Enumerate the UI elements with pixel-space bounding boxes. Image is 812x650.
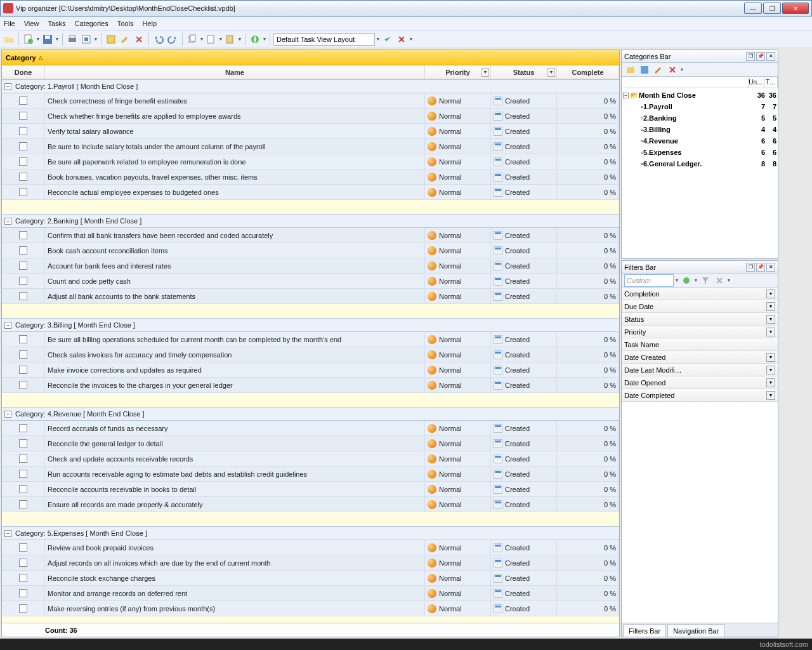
- filter-delete-icon[interactable]: [713, 274, 726, 287]
- checkbox-icon[interactable]: [19, 454, 27, 463]
- checkbox-icon[interactable]: [19, 127, 27, 135]
- priority-filter-icon[interactable]: ▼: [481, 68, 489, 77]
- filter-apply-icon[interactable]: [680, 274, 693, 287]
- redo-icon[interactable]: [166, 33, 179, 46]
- undo-icon[interactable]: [152, 33, 165, 46]
- copy-dropdown[interactable]: ▼: [200, 33, 204, 46]
- checkbox-icon[interactable]: [19, 574, 27, 582]
- checkbox-icon[interactable]: [19, 604, 27, 613]
- checkbox-icon[interactable]: [19, 142, 27, 150]
- done-cell[interactable]: [2, 451, 45, 466]
- category-row[interactable]: −Category: 4.Revenue [ Month End Close ]: [2, 407, 619, 421]
- done-cell[interactable]: [2, 436, 45, 451]
- group-by-header[interactable]: Category △: [2, 50, 619, 65]
- done-cell[interactable]: [2, 586, 45, 600]
- task-row[interactable]: Check whether fringe benefits are applie…: [2, 109, 619, 124]
- tab-filters-bar[interactable]: Filters Bar: [623, 624, 666, 637]
- new-dropdown[interactable]: ▼: [36, 33, 40, 46]
- category-root[interactable]: −📂 Month End Close3636: [623, 90, 776, 101]
- layout-dropdown[interactable]: ▼: [376, 33, 380, 46]
- filter-row[interactable]: Task Name: [622, 338, 778, 351]
- checkbox-icon[interactable]: [19, 381, 27, 389]
- collapse-icon[interactable]: −: [623, 93, 629, 98]
- task-row[interactable]: Run accounts receivable aging to estimat…: [2, 467, 619, 482]
- category-tree[interactable]: −📂 Month End Close3636▫ 1.Payroll77▫ 2.B…: [622, 88, 778, 171]
- filter-dropdown-icon[interactable]: ▼: [766, 366, 775, 375]
- filter-row[interactable]: Date Opened▼: [622, 376, 778, 389]
- category-node[interactable]: ▫ 3.Billing44: [623, 124, 776, 135]
- tab-navigation-bar[interactable]: Navigation Bar: [667, 624, 724, 637]
- task-row[interactable]: Monitor and arrange records on deferred …: [2, 586, 619, 601]
- filter-row[interactable]: Due Date▼: [622, 300, 778, 313]
- menu-file[interactable]: File: [4, 20, 15, 27]
- task-row[interactable]: Be sure to include salary totals under t…: [2, 139, 619, 154]
- done-cell[interactable]: [2, 571, 45, 585]
- checkbox-icon[interactable]: [19, 157, 27, 166]
- checkbox-icon[interactable]: [19, 470, 27, 478]
- done-cell[interactable]: [2, 185, 45, 199]
- done-cell[interactable]: [2, 421, 45, 435]
- col-name[interactable]: Name: [45, 65, 425, 79]
- checkbox-icon[interactable]: [19, 292, 27, 300]
- export-icon[interactable]: [80, 33, 93, 46]
- done-cell[interactable]: [2, 139, 45, 154]
- filter-clear-icon[interactable]: [699, 274, 712, 287]
- done-cell[interactable]: [2, 289, 45, 303]
- cat-delete-dropdown[interactable]: ▼: [680, 63, 684, 76]
- edit-task-icon[interactable]: [119, 33, 131, 46]
- collapse-icon[interactable]: −: [4, 411, 11, 418]
- filter-row[interactable]: Completion▼: [622, 288, 778, 300]
- checkbox-icon[interactable]: [19, 112, 27, 120]
- cut-icon[interactable]: [205, 33, 218, 46]
- export-dropdown[interactable]: ▼: [94, 33, 98, 46]
- category-row[interactable]: −Category: 2.Banking [ Month End Close ]: [2, 214, 619, 228]
- grid-body[interactable]: −Category: 1.Payroll [ Month End Close ]…: [2, 79, 619, 623]
- panel-restore-icon[interactable]: ❐: [746, 263, 755, 272]
- filter-preset-selector[interactable]: [624, 274, 674, 287]
- filter-delete-dropdown[interactable]: ▼: [727, 274, 731, 287]
- filter-row[interactable]: Date Completed▼: [622, 389, 778, 402]
- done-cell[interactable]: [2, 332, 45, 347]
- task-row[interactable]: Be sure all billing operations scheduled…: [2, 332, 619, 347]
- task-row[interactable]: Confirm that all bank transfers have bee…: [2, 228, 619, 243]
- layout-delete-icon[interactable]: [395, 33, 408, 46]
- collapse-icon[interactable]: −: [4, 530, 11, 537]
- print-icon[interactable]: [66, 33, 79, 46]
- filter-dropdown-icon[interactable]: ▼: [766, 353, 775, 362]
- checkbox-icon[interactable]: [19, 589, 27, 597]
- checkbox-icon[interactable]: [19, 173, 27, 181]
- task-row[interactable]: Reconcile actual employee expenses to bu…: [2, 185, 619, 200]
- checkbox-icon[interactable]: [19, 262, 27, 270]
- task-row[interactable]: Reconcile stock exchange chargesNormalCr…: [2, 571, 619, 586]
- done-cell[interactable]: [2, 154, 45, 169]
- collapse-icon[interactable]: −: [4, 322, 11, 329]
- checkbox-icon[interactable]: [19, 543, 27, 552]
- col-done[interactable]: Done: [2, 65, 45, 79]
- panel-close-icon[interactable]: ✕: [766, 52, 775, 61]
- category-node[interactable]: ▫ 1.Payroll77: [623, 101, 776, 112]
- filter-dropdown-icon[interactable]: ▼: [766, 328, 775, 336]
- paste-dropdown[interactable]: ▼: [238, 33, 242, 46]
- checkbox-icon[interactable]: [19, 500, 27, 508]
- menu-tools[interactable]: Tools: [117, 20, 134, 27]
- task-row[interactable]: Reconcile the general ledger to detailNo…: [2, 436, 619, 451]
- category-row[interactable]: −Category: 3.Billing [ Month End Close ]: [2, 318, 619, 332]
- checkbox-icon[interactable]: [19, 424, 27, 432]
- col-status[interactable]: Status▼: [491, 65, 557, 79]
- task-row[interactable]: Ensure all records are made properly & a…: [2, 497, 619, 512]
- done-cell[interactable]: [2, 124, 45, 138]
- panel-restore-icon[interactable]: ❐: [746, 52, 755, 61]
- done-cell[interactable]: [2, 482, 45, 496]
- menu-tasks[interactable]: Tasks: [48, 20, 65, 27]
- save-icon[interactable]: [41, 33, 54, 46]
- menu-categories[interactable]: Categories: [75, 20, 108, 27]
- category-node[interactable]: ▫ 6.General Ledger.88: [623, 158, 776, 169]
- collapse-icon[interactable]: −: [4, 83, 11, 90]
- cat-props-icon[interactable]: [652, 63, 665, 76]
- open-icon[interactable]: [3, 33, 15, 46]
- filter-dropdown-icon[interactable]: ▼: [766, 378, 775, 387]
- task-row[interactable]: Verify total salary allowanceNormalCreat…: [2, 124, 619, 139]
- filter-dropdown-icon[interactable]: ▼: [766, 391, 775, 400]
- menu-help[interactable]: Help: [142, 20, 157, 27]
- col-priority[interactable]: Priority▼: [425, 65, 491, 79]
